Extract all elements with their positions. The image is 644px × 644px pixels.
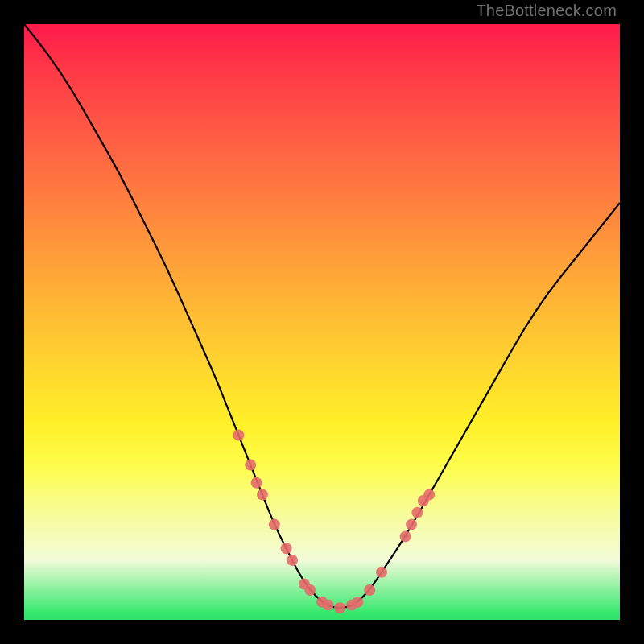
marker-dot — [334, 602, 345, 613]
marker-dot — [423, 489, 435, 501]
marker-dot — [257, 489, 268, 501]
marker-dot — [251, 477, 262, 489]
marker-dot — [400, 530, 411, 542]
highlighted-points — [233, 430, 435, 614]
marker-dot — [352, 597, 363, 608]
marker-dot — [406, 519, 417, 530]
bottleneck-curve — [24, 24, 620, 608]
plot-area — [24, 24, 620, 620]
marker-dot — [304, 584, 316, 596]
marker-dot — [411, 507, 423, 518]
marker-dot — [376, 567, 387, 578]
marker-dot — [245, 460, 256, 471]
marker-dot — [322, 600, 333, 611]
marker-dot — [287, 555, 298, 566]
watermark-text: TheBottleneck.com — [476, 2, 617, 20]
curve-path — [24, 24, 620, 608]
marker-dot — [364, 584, 375, 596]
marker-dot — [281, 543, 292, 554]
chart-frame: TheBottleneck.com — [0, 0, 644, 644]
marker-dot — [233, 430, 244, 441]
marker-dot — [269, 519, 280, 530]
curve-svg — [24, 24, 620, 620]
